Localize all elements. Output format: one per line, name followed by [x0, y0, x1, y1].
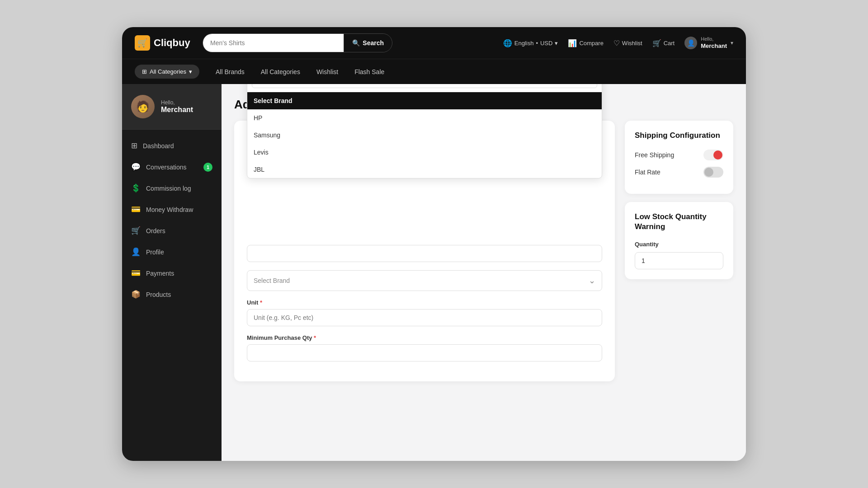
min-purchase-label: Minimum Purchase Qty * — [247, 334, 602, 341]
search-icon: 🔍 — [352, 39, 360, 47]
brand-option-hp[interactable]: HP — [247, 109, 602, 127]
conversations-badge: 1 — [203, 163, 212, 172]
low-stock-title: Low Stock Quantity Warning — [635, 212, 723, 232]
unit-label: Unit * — [247, 299, 602, 306]
sidebar-user: 🧑 Hello, Merchant — [122, 84, 222, 130]
free-shipping-knob — [713, 150, 722, 160]
globe-icon: 🌐 — [503, 39, 512, 47]
user-greeting: Hello, — [701, 36, 727, 42]
all-categories-button[interactable]: ⊞ All Categories ▾ — [135, 65, 199, 79]
products-icon: 📦 — [131, 290, 141, 299]
money-icon: 💳 — [131, 205, 141, 214]
user-account[interactable]: 👤 Hello, Merchant ▾ — [684, 36, 733, 50]
form-layout: Product Information Product Name * — [234, 121, 733, 381]
unit-input[interactable] — [247, 309, 602, 326]
brand-search-input[interactable] — [252, 84, 597, 88]
sidebar-item-profile[interactable]: 👤 Profile — [122, 241, 222, 263]
commission-icon: 💲 — [131, 183, 141, 193]
brand-dropdown-open: Select Brand HP Samsung Levis JBL — [247, 84, 602, 178]
min-purchase-group: Minimum Purchase Qty * 1 — [247, 334, 602, 361]
shipping-card: Shipping Configuration Free Shipping Fla… — [625, 121, 733, 194]
free-shipping-row: Free Shipping — [635, 150, 723, 160]
cart-button[interactable]: 🛒 Cart — [652, 39, 675, 47]
cart-icon: 🛒 — [652, 39, 661, 47]
quantity-value: 1 — [642, 257, 645, 264]
flat-rate-knob — [704, 168, 713, 177]
brand-option-select-brand[interactable]: Select Brand — [247, 92, 602, 109]
user-name: Merchant — [701, 42, 727, 50]
free-shipping-label: Free Shipping — [635, 151, 674, 159]
brand-option-jbl[interactable]: JBL — [247, 161, 602, 178]
sidebar-username: Merchant — [161, 106, 193, 114]
orders-icon: 🛒 — [131, 226, 141, 235]
search-button[interactable]: 🔍 Search — [344, 34, 392, 52]
heart-icon: ♡ — [613, 39, 620, 47]
language-selector[interactable]: 🌐 English • USD ▾ — [503, 39, 558, 47]
wishlist-button[interactable]: ♡ Wishlist — [613, 39, 642, 47]
nav-wishlist[interactable]: Wishlist — [316, 68, 338, 75]
navbar: ⊞ All Categories ▾ All Brands All Catego… — [122, 59, 746, 84]
dashboard-icon: ⊞ — [131, 141, 137, 150]
sidebar: 🧑 Hello, Merchant ⊞ Dashboard 💬 Conversa… — [122, 84, 222, 461]
chevron-down-icon-nav: ▾ — [189, 68, 192, 75]
low-stock-card: Low Stock Quantity Warning Quantity 1 — [625, 202, 733, 279]
nav-flash-sale[interactable]: Flash Sale — [354, 68, 384, 75]
topbar-right: 🌐 English • USD ▾ 📊 Compare ♡ Wishlist 🛒… — [503, 36, 733, 50]
flat-rate-toggle[interactable] — [703, 167, 723, 178]
topbar: Cliqbuy 🔍 Search 🌐 English • USD ▾ 📊 Com… — [122, 27, 746, 59]
sidebar-greeting: Hello, — [161, 99, 193, 106]
nav-all-brands[interactable]: All Brands — [216, 68, 245, 75]
logo-text: Cliqbuy — [154, 37, 190, 49]
sidebar-item-money-withdraw[interactable]: 💳 Money Withdraw — [122, 199, 222, 220]
content-area: 🧑 Hello, Merchant ⊞ Dashboard 💬 Conversa… — [122, 84, 746, 461]
sidebar-item-payments[interactable]: 💳 Payments — [122, 263, 222, 284]
logo[interactable]: Cliqbuy — [135, 35, 193, 51]
logo-icon — [135, 35, 150, 51]
product-form-card: Product Information Product Name * — [234, 121, 615, 381]
chevron-down-icon-brand: ⌄ — [589, 276, 595, 286]
main-content: Add Your Product Product Information Pro… — [222, 84, 746, 461]
brand-group: Select Brand ⌄ — [247, 270, 602, 291]
quantity-input-wrap: 1 — [635, 252, 723, 269]
brand-option-levis[interactable]: Levis — [247, 144, 602, 161]
shipping-title: Shipping Configuration — [635, 131, 723, 141]
sidebar-item-products[interactable]: 📦 Products — [122, 284, 222, 305]
free-shipping-toggle[interactable] — [703, 150, 723, 160]
compare-button[interactable]: 📊 Compare — [568, 39, 603, 47]
sidebar-item-orders[interactable]: 🛒 Orders — [122, 220, 222, 241]
chevron-down-icon-user: ▾ — [731, 40, 733, 46]
user-icon: 👤 — [684, 37, 697, 49]
min-purchase-input[interactable]: 1 — [247, 344, 602, 361]
flat-rate-row: Flat Rate — [635, 167, 723, 178]
avatar: 🧑 — [131, 95, 155, 118]
brand-option-samsung[interactable]: Samsung — [247, 127, 602, 144]
flat-rate-label: Flat Rate — [635, 169, 660, 176]
quantity-label: Quantity — [635, 241, 723, 248]
chevron-down-icon: ▾ — [555, 40, 558, 47]
product-name-input[interactable] — [247, 245, 602, 262]
brand-select[interactable]: Select Brand ⌄ — [247, 270, 602, 291]
sidebar-nav: ⊞ Dashboard 💬 Conversations 1 💲 Commissi… — [122, 130, 222, 310]
compare-icon: 📊 — [568, 39, 577, 47]
right-panel: Shipping Configuration Free Shipping Fla… — [625, 121, 733, 279]
brand-search-row — [247, 84, 602, 92]
product-name-group: Product Name * Select Brand HP Samsung L… — [247, 151, 602, 262]
grid-icon: ⊞ — [142, 68, 147, 75]
nav-all-categories[interactable]: All Categories — [261, 68, 300, 75]
unit-group: Unit * — [247, 299, 602, 326]
conversations-icon: 💬 — [131, 162, 141, 172]
search-input[interactable] — [203, 34, 344, 52]
sidebar-item-conversations[interactable]: 💬 Conversations 1 — [122, 156, 222, 178]
profile-icon: 👤 — [131, 247, 141, 257]
search-bar: 🔍 Search — [203, 33, 392, 52]
sidebar-item-dashboard[interactable]: ⊞ Dashboard — [122, 135, 222, 156]
payments-icon: 💳 — [131, 268, 141, 278]
sidebar-item-commission-log[interactable]: 💲 Commission log — [122, 178, 222, 199]
